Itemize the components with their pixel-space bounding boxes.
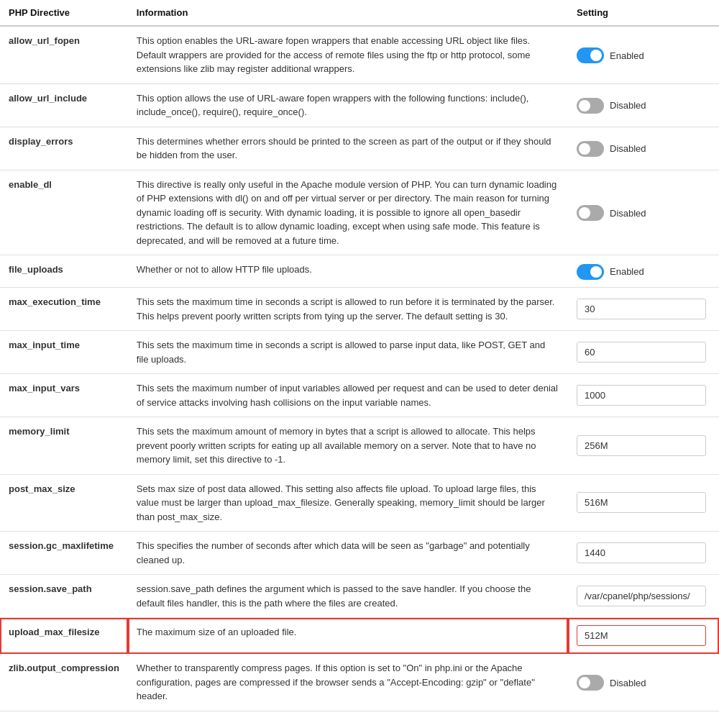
toggle-switch[interactable] [577,141,604,157]
setting-cell [568,532,719,575]
slider-track [577,98,604,114]
toggle-switch[interactable] [577,264,604,280]
table-row: memory_limitThis sets the maximum amount… [0,417,719,475]
info-cell: session.save_path defines the argument w… [128,575,568,618]
setting-cell: Disabled [568,127,719,170]
table-row: max_execution_timeThis sets the maximum … [0,288,719,331]
setting-cell [568,288,719,331]
toggle-label: Enabled [610,49,644,63]
setting-cell [568,331,719,374]
slider-track [577,47,604,63]
setting-cell: Disabled [568,170,719,255]
setting-input[interactable] [577,625,706,646]
info-cell: This determines whether errors should be… [128,127,568,170]
info-cell: This sets the maximum amount of memory i… [128,417,568,475]
directive-cell: memory_limit [0,417,128,475]
header-setting: Setting [568,0,719,26]
setting-cell [568,374,719,417]
toggle-container: Enabled [577,46,710,63]
toggle-label: Disabled [610,676,646,691]
info-cell: This directive is really only useful in … [128,170,568,255]
setting-input[interactable] [577,435,706,456]
directive-cell: session.save_path [0,575,128,618]
setting-input[interactable] [577,299,706,319]
toggle-container: Disabled [577,204,710,221]
php-directives-table: PHP Directive Information Setting allow_… [0,0,719,711]
setting-input[interactable] [577,542,706,563]
directive-cell: allow_url_fopen [0,26,128,83]
table-row: file_uploadsWhether or not to allow HTTP… [0,255,719,288]
toggle-container: Disabled [577,140,710,157]
table-row: max_input_timeThis sets the maximum time… [0,331,719,374]
directive-cell: max_input_vars [0,374,128,417]
toggle-switch[interactable] [577,47,604,63]
setting-input[interactable] [577,385,706,406]
setting-cell: Enabled [568,26,719,83]
info-cell: The maximum size of an uploaded file. [128,618,568,654]
toggle-container: Disabled [577,673,710,691]
directive-cell: allow_url_include [0,83,128,127]
info-cell: This sets the maximum number of input va… [128,374,568,417]
setting-cell [568,575,719,618]
setting-input[interactable] [577,492,706,513]
info-cell: This specifies the number of seconds aft… [128,532,568,575]
table-row: enable_dlThis directive is really only u… [0,170,719,255]
directive-cell: session.gc_maxlifetime [0,532,128,575]
info-cell: This sets the maximum time in seconds a … [128,331,568,374]
info-cell: Sets max size of post data allowed. This… [128,474,568,532]
table-row: zlib.output_compressionWhether to transp… [0,654,719,711]
table-row: max_input_varsThis sets the maximum numb… [0,374,719,417]
directive-cell: enable_dl [0,170,128,255]
table-row: session.save_pathsession.save_path defin… [0,575,719,618]
setting-cell [568,474,719,532]
toggle-switch[interactable] [577,205,604,221]
directive-cell: max_execution_time [0,288,128,331]
table-row: allow_url_includeThis option allows the … [0,83,719,127]
info-cell: This option enables the URL-aware fopen … [128,26,568,83]
header-information: Information [128,0,568,26]
directive-cell: zlib.output_compression [0,654,128,711]
toggle-label: Disabled [610,206,646,221]
slider-track [577,205,604,221]
info-cell: This option allows the use of URL-aware … [128,83,568,127]
directive-cell: file_uploads [0,255,128,288]
slider-track [577,264,604,280]
table-row: allow_url_fopenThis option enables the U… [0,26,719,83]
info-cell: This sets the maximum time in seconds a … [128,288,568,331]
setting-cell [568,618,719,654]
setting-input[interactable] [577,586,706,606]
directive-cell: post_max_size [0,474,128,532]
directive-cell: display_errors [0,127,128,170]
info-cell: Whether or not to allow HTTP file upload… [128,255,568,288]
table-row: upload_max_filesizeThe maximum size of a… [0,618,719,654]
table-row: session.gc_maxlifetimeThis specifies the… [0,532,719,575]
toggle-container: Enabled [577,263,710,280]
table-row: display_errorsThis determines whether er… [0,127,719,170]
info-cell: Whether to transparently compress pages.… [128,654,568,711]
directive-cell: upload_max_filesize [0,618,128,654]
header-directive: PHP Directive [0,0,128,26]
setting-cell: Disabled [568,654,719,711]
table-header-row: PHP Directive Information Setting [0,0,719,26]
toggle-switch[interactable] [577,98,604,114]
setting-cell [568,417,719,475]
table-row: post_max_sizeSets max size of post data … [0,474,719,532]
toggle-label: Disabled [610,142,646,156]
setting-input[interactable] [577,342,706,363]
slider-track [577,675,604,691]
toggle-switch[interactable] [577,675,604,691]
toggle-container: Disabled [577,96,710,114]
toggle-label: Disabled [610,99,646,113]
setting-cell: Disabled [568,83,719,127]
slider-track [577,141,604,157]
toggle-label: Enabled [610,265,644,279]
setting-cell: Enabled [568,255,719,288]
directive-cell: max_input_time [0,331,128,374]
